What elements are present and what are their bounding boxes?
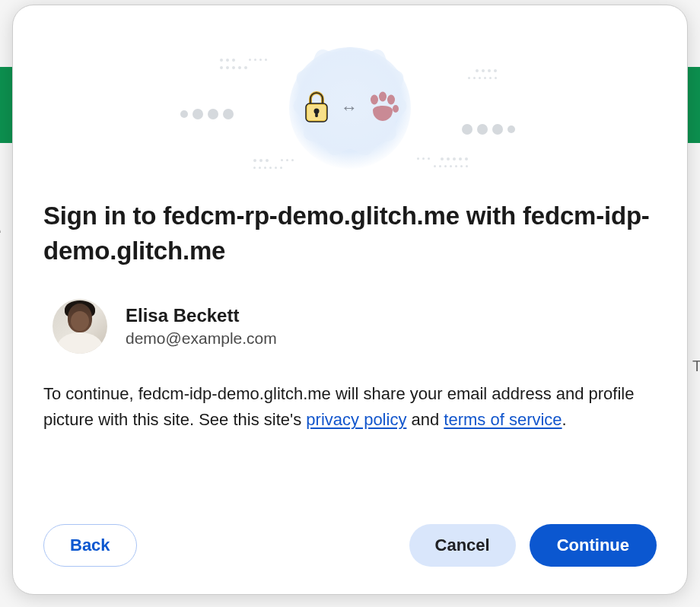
center-icons: ↔ [301,90,399,126]
decorative-dots [462,124,515,135]
decorative-dashes [417,157,468,160]
account-row: Elisa Beckett demo@example.com [52,299,657,354]
decorative-dashes [434,165,468,167]
dot [462,124,473,135]
account-text: Elisa Beckett demo@example.com [126,305,277,348]
svg-point-7 [393,105,399,113]
disclosure-text: To continue, fedcm-idp-demo.glitch.me wi… [43,381,657,433]
lock-icon [301,90,332,126]
dot [223,109,234,119]
signin-dialog: ↔ Sign in to fedcm-rp-demo.glitch.me wit… [12,5,688,595]
svg-rect-3 [315,112,318,117]
decorative-dashes [253,167,282,169]
decorative-dashes [468,77,497,79]
privacy-policy-link[interactable]: privacy policy [306,410,406,429]
account-name: Elisa Beckett [126,305,277,326]
svg-point-5 [379,92,387,102]
avatar [52,299,107,354]
illustration: ↔ [43,36,657,180]
continue-button[interactable]: Continue [530,524,657,567]
background-text: 'e [0,213,2,247]
decorative-dashes [220,59,267,62]
dialog-title: Sign in to fedcm-rp-demo.glitch.me with … [43,199,657,269]
dot [477,124,488,135]
svg-point-4 [371,95,378,105]
terms-of-service-link[interactable]: terms of service [444,410,562,429]
dot [492,124,503,135]
svg-point-6 [387,95,395,105]
button-row: Back Cancel Continue [43,501,657,567]
paw-icon [367,91,399,126]
dot [192,109,203,119]
decorative-dashes [220,66,247,69]
decorative-dots [180,109,234,119]
decorative-dashes [476,69,497,72]
account-email: demo@example.com [126,329,277,348]
arrow-icon: ↔ [341,98,358,118]
cancel-button[interactable]: Cancel [409,524,516,567]
dot [208,109,218,119]
dot [508,126,515,133]
disclosure-middle: and [406,410,444,429]
disclosure-suffix: . [562,410,567,429]
illustration-blob: ↔ [289,47,411,169]
background-text: T [692,358,700,373]
dot [180,110,188,118]
back-button[interactable]: Back [43,524,137,567]
